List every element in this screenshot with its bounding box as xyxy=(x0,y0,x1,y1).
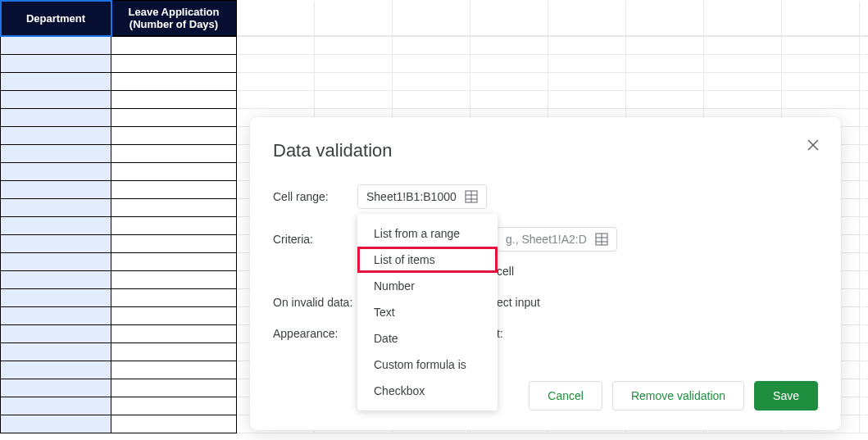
cell[interactable] xyxy=(1,325,111,343)
cell[interactable] xyxy=(470,73,548,91)
cell[interactable] xyxy=(1,361,111,379)
cell[interactable] xyxy=(237,1,315,36)
cell[interactable] xyxy=(393,91,470,109)
cell[interactable] xyxy=(860,397,869,415)
cell[interactable] xyxy=(626,73,704,91)
cell[interactable] xyxy=(860,235,869,253)
cell[interactable] xyxy=(782,55,860,73)
cell[interactable] xyxy=(470,91,548,109)
cell[interactable] xyxy=(860,91,869,109)
cell[interactable] xyxy=(1,343,111,361)
cell[interactable] xyxy=(1,217,111,235)
cell[interactable] xyxy=(111,127,237,145)
cell[interactable] xyxy=(393,1,470,36)
cell[interactable] xyxy=(1,109,111,127)
cell[interactable] xyxy=(1,289,111,307)
cell[interactable] xyxy=(704,91,782,109)
cell[interactable] xyxy=(1,37,111,55)
cell[interactable] xyxy=(1,307,111,325)
cell[interactable] xyxy=(860,415,869,433)
cell[interactable] xyxy=(548,73,626,91)
cell[interactable] xyxy=(111,361,237,379)
cell[interactable] xyxy=(111,235,237,253)
cell[interactable] xyxy=(111,379,237,397)
cell[interactable] xyxy=(860,163,869,181)
cell[interactable] xyxy=(626,55,704,73)
cell[interactable] xyxy=(315,91,393,109)
cell[interactable] xyxy=(111,307,237,325)
cell[interactable] xyxy=(860,181,869,199)
cell[interactable] xyxy=(111,37,237,55)
cell[interactable] xyxy=(315,55,393,73)
cell[interactable] xyxy=(470,55,548,73)
cell[interactable] xyxy=(111,397,237,415)
cell[interactable] xyxy=(1,253,111,271)
cell[interactable] xyxy=(704,37,782,55)
cell[interactable] xyxy=(1,73,111,91)
cell[interactable] xyxy=(111,217,237,235)
cell[interactable] xyxy=(1,181,111,199)
cell[interactable] xyxy=(1,379,111,397)
cell[interactable] xyxy=(111,109,237,127)
cell[interactable] xyxy=(704,55,782,73)
dropdown-item-number[interactable]: Number xyxy=(357,273,498,299)
cell[interactable] xyxy=(548,37,626,55)
cell[interactable] xyxy=(111,73,237,91)
column-header-department[interactable]: Department xyxy=(1,1,111,36)
cell[interactable] xyxy=(782,73,860,91)
cell[interactable] xyxy=(860,253,869,271)
cell[interactable] xyxy=(860,37,869,55)
cell[interactable] xyxy=(111,145,237,163)
cell[interactable] xyxy=(111,415,237,433)
dropdown-item-formula[interactable]: Custom formula is xyxy=(357,352,498,378)
cell[interactable] xyxy=(860,361,869,379)
cell[interactable] xyxy=(111,253,237,271)
cell[interactable] xyxy=(1,397,111,415)
grid-select-icon[interactable] xyxy=(465,190,478,203)
cell[interactable] xyxy=(1,91,111,109)
cell[interactable] xyxy=(1,271,111,289)
cell[interactable] xyxy=(626,91,704,109)
cell[interactable] xyxy=(111,181,237,199)
cell[interactable] xyxy=(237,37,315,55)
cell[interactable] xyxy=(782,1,860,36)
cell[interactable] xyxy=(782,37,860,55)
cancel-button[interactable]: Cancel xyxy=(529,381,602,411)
cell[interactable] xyxy=(237,55,315,73)
save-button[interactable]: Save xyxy=(754,381,818,411)
dropdown-item-list-items[interactable]: List of items xyxy=(357,247,498,273)
cell[interactable] xyxy=(111,271,237,289)
cell-range-input[interactable]: Sheet1!B1:B1000 xyxy=(357,184,487,209)
cell[interactable] xyxy=(393,55,470,73)
cell[interactable] xyxy=(704,1,782,36)
close-button[interactable] xyxy=(803,135,823,155)
cell[interactable] xyxy=(470,37,548,55)
column-header-leave[interactable]: Leave Application (Number of Days) xyxy=(111,1,237,36)
cell[interactable] xyxy=(237,91,315,109)
cell[interactable] xyxy=(860,307,869,325)
cell[interactable] xyxy=(111,55,237,73)
dropdown-item-checkbox[interactable]: Checkbox xyxy=(357,378,498,404)
cell[interactable] xyxy=(393,73,470,91)
cell[interactable] xyxy=(315,1,393,36)
cell[interactable] xyxy=(1,235,111,253)
cell[interactable] xyxy=(860,289,869,307)
cell[interactable] xyxy=(111,91,237,109)
cell[interactable] xyxy=(111,199,237,217)
cell[interactable] xyxy=(111,325,237,343)
remove-validation-button[interactable]: Remove validation xyxy=(612,381,744,411)
cell[interactable] xyxy=(111,343,237,361)
cell[interactable] xyxy=(860,127,869,145)
cell[interactable] xyxy=(704,73,782,91)
cell[interactable] xyxy=(860,379,869,397)
cell[interactable] xyxy=(548,91,626,109)
dropdown-item-list-range[interactable]: List from a range xyxy=(357,220,498,247)
cell[interactable] xyxy=(860,109,869,127)
cell[interactable] xyxy=(111,163,237,181)
cell[interactable] xyxy=(315,37,393,55)
cell[interactable] xyxy=(782,91,860,109)
grid-select-icon[interactable] xyxy=(595,233,608,246)
cell[interactable] xyxy=(860,271,869,289)
cell[interactable] xyxy=(393,37,470,55)
cell[interactable] xyxy=(548,55,626,73)
